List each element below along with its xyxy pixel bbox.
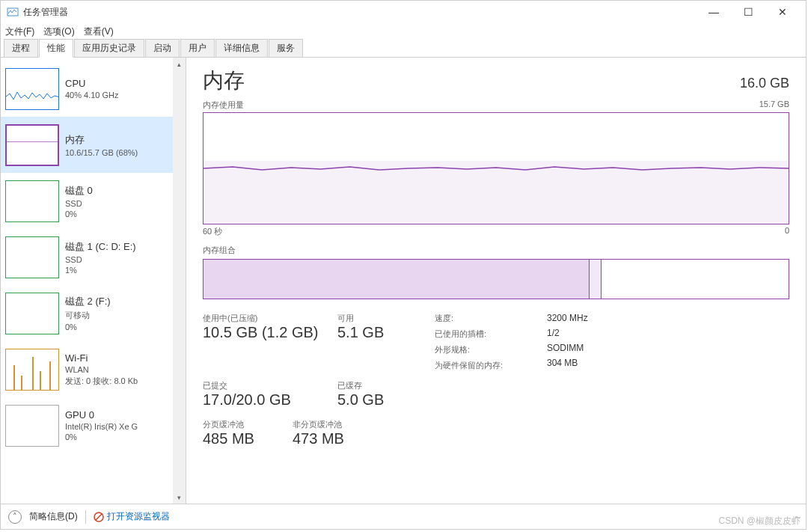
- tab-details[interactable]: 详细信息: [215, 39, 268, 57]
- in-use-label: 使用中(已压缩): [203, 313, 337, 324]
- wifi-thumb: [5, 349, 59, 391]
- sidebar-wifi-sub: WLAN: [65, 365, 138, 374]
- sidebar-wifi-sub2: 发送: 0 接收: 8.0 Kb: [65, 376, 138, 387]
- sidebar-gpu0-sub: Intel(R) Iris(R) Xe G: [65, 422, 138, 431]
- cached-value: 5.0 GB: [337, 391, 435, 409]
- tab-strip: 进程 性能 应用历史记录 启动 用户 详细信息 服务: [1, 40, 806, 58]
- form-value: SODIMM: [547, 343, 652, 353]
- sidebar-disk0-sub2: 0%: [65, 210, 93, 218]
- usage-chart-label: 内存使用量: [203, 100, 244, 111]
- committed-value: 17.0/20.0 GB: [203, 391, 337, 409]
- memory-composition-chart: [203, 259, 789, 299]
- disk0-thumb: [5, 180, 59, 222]
- sidebar-wifi-title: Wi-Fi: [65, 352, 138, 364]
- page-title: 内存: [203, 67, 245, 95]
- tab-processes[interactable]: 进程: [4, 39, 38, 57]
- available-label: 可用: [337, 313, 435, 324]
- sidebar-disk0-sub: SSD: [65, 199, 93, 208]
- sidebar-item-disk1[interactable]: 磁盘 1 (C: D: E:) SSD 1%: [1, 229, 186, 285]
- sidebar-mem-title: 内存: [65, 133, 138, 147]
- sidebar-scrollbar[interactable]: ▴ ▾: [173, 58, 186, 504]
- sidebar-gpu0-sub2: 0%: [65, 432, 138, 441]
- minimize-button[interactable]: —: [697, 1, 731, 23]
- tab-performance[interactable]: 性能: [39, 39, 73, 58]
- speed-label: 速度:: [435, 313, 547, 324]
- usage-chart-max: 15.7 GB: [759, 100, 789, 111]
- chart-x-left: 60 秒: [203, 226, 222, 237]
- scroll-down-icon[interactable]: ▾: [173, 491, 186, 504]
- form-label: 外形规格:: [435, 344, 547, 355]
- sidebar-item-wifi[interactable]: Wi-Fi WLAN 发送: 0 接收: 8.0 Kb: [1, 341, 186, 397]
- sidebar-item-disk0[interactable]: 磁盘 0 SSD 0%: [1, 173, 186, 229]
- sidebar-item-cpu[interactable]: CPU 40% 4.10 GHz: [1, 61, 186, 117]
- memory-usage-chart: [203, 112, 789, 224]
- memory-total: 16.0 GB: [740, 76, 789, 91]
- footer-bar: ˄ 简略信息(D) 打开资源监视器: [1, 504, 806, 529]
- nonpaged-label: 非分页缓冲池: [293, 419, 382, 430]
- cpu-thumb: [5, 68, 59, 110]
- cached-label: 已缓存: [337, 380, 435, 391]
- sidebar-disk1-sub2: 1%: [65, 266, 136, 275]
- open-resmon-link[interactable]: 打开资源监视器: [94, 510, 170, 523]
- slots-value: 1/2: [547, 328, 652, 338]
- titlebar: 任务管理器 — ☐ ✕: [1, 1, 806, 23]
- composition-label: 内存组合: [203, 245, 789, 256]
- sidebar-cpu-sub: 40% 4.10 GHz: [65, 91, 119, 100]
- gpu0-thumb: [5, 405, 59, 447]
- sidebar-disk2-title: 磁盘 2 (F:): [65, 295, 111, 308]
- close-button[interactable]: ✕: [765, 1, 800, 23]
- sidebar-disk2-sub2: 0%: [65, 322, 111, 331]
- tab-startup[interactable]: 启动: [145, 39, 180, 57]
- speed-value: 3200 MHz: [547, 313, 652, 323]
- paged-label: 分页缓冲池: [203, 419, 293, 430]
- hw-reserved-value: 304 MB: [547, 358, 652, 368]
- tab-users[interactable]: 用户: [180, 39, 215, 57]
- sidebar-disk0-title: 磁盘 0: [65, 184, 93, 198]
- disk1-thumb: [5, 236, 59, 278]
- sidebar-item-disk2[interactable]: 磁盘 2 (F:) 可移动 0%: [1, 285, 186, 341]
- watermark: CSDN @椒颜皮皮虾໌: [718, 515, 801, 528]
- sidebar-disk1-title: 磁盘 1 (C: D: E:): [65, 240, 136, 254]
- menu-options[interactable]: 选项(O): [43, 25, 74, 38]
- window-title: 任务管理器: [23, 6, 697, 19]
- tab-app-history[interactable]: 应用历史记录: [74, 39, 144, 57]
- available-value: 5.1 GB: [337, 324, 435, 341]
- tab-services[interactable]: 服务: [269, 39, 303, 57]
- footer-divider: [85, 510, 86, 524]
- memory-thumb: [5, 124, 59, 166]
- sidebar-disk2-sub: 可移动: [65, 310, 111, 321]
- collapse-icon[interactable]: ˄: [8, 510, 22, 524]
- menu-bar: 文件(F) 选项(O) 查看(V): [1, 23, 806, 40]
- chart-x-right: 0: [785, 226, 789, 237]
- menu-view[interactable]: 查看(V): [84, 25, 114, 38]
- fewer-details-link[interactable]: 简略信息(D): [29, 510, 78, 523]
- resmon-icon: [94, 512, 104, 522]
- sidebar-item-memory[interactable]: 内存 10.6/15.7 GB (68%): [1, 117, 186, 173]
- app-icon: [7, 6, 19, 18]
- sidebar-mem-sub: 10.6/15.7 GB (68%): [65, 148, 138, 157]
- sidebar-disk1-sub: SSD: [65, 255, 136, 264]
- slots-label: 已使用的插槽:: [435, 328, 547, 340]
- nonpaged-value: 473 MB: [293, 430, 382, 447]
- committed-label: 已提交: [203, 380, 337, 391]
- sidebar-cpu-title: CPU: [65, 78, 119, 89]
- paged-value: 485 MB: [203, 430, 293, 447]
- disk2-thumb: [5, 293, 59, 334]
- sidebar-item-gpu0[interactable]: GPU 0 Intel(R) Iris(R) Xe G 0%: [1, 397, 186, 453]
- in-use-value: 10.5 GB (1.2 GB): [203, 324, 337, 341]
- svg-line-2: [96, 514, 102, 520]
- hw-reserved-label: 为硬件保留的内存:: [435, 360, 547, 371]
- menu-file[interactable]: 文件(F): [5, 25, 34, 38]
- main-panel: 内存 16.0 GB 内存使用量 15.7 GB 60 秒 0 内存组合: [186, 58, 806, 504]
- scroll-up-icon[interactable]: ▴: [173, 58, 186, 70]
- sidebar-gpu0-title: GPU 0: [65, 409, 138, 421]
- perf-sidebar: CPU 40% 4.10 GHz 内存 10.6/15.7 GB (68%) 磁…: [1, 58, 186, 504]
- maximize-button[interactable]: ☐: [731, 1, 765, 23]
